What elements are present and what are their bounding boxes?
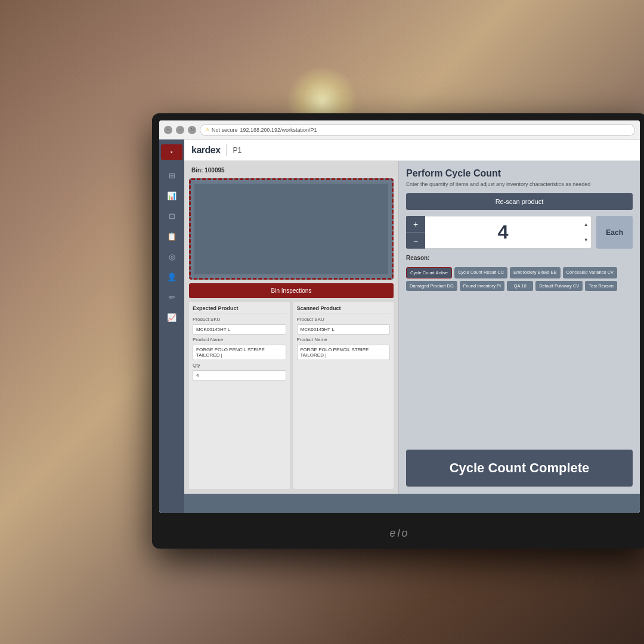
expected-sku-label: Product SKU	[193, 317, 286, 322]
expected-product-col: Expected Product Product SKU MCK00145HT …	[189, 302, 290, 489]
reason-tag-4[interactable]: Damaged Product DG	[406, 281, 457, 291]
top-bar: kardex P1	[184, 140, 640, 161]
not-secure-label: Not secure	[212, 127, 238, 133]
qty-up-arrow[interactable]: ▲	[581, 216, 591, 233]
monitor-screen: ← → ↻ ⚠ Not secure 192.168.200.192/works…	[159, 120, 640, 513]
reason-label: Reason:	[406, 255, 633, 261]
reason-tag-3[interactable]: Concealed Variance CV	[563, 267, 618, 278]
panels: Bin: 100095 Bin Inspections Expected Pro…	[184, 161, 640, 494]
scanned-product-col: Scanned Product Product SKU MCK00145HT L…	[293, 302, 394, 489]
sidebar-icon-edit[interactable]: ✏	[163, 289, 180, 305]
qty-minus-button[interactable]: −	[406, 233, 425, 249]
workstation-label: P1	[233, 146, 242, 154]
scan-area	[189, 178, 394, 280]
qty-display[interactable]: 4	[425, 216, 581, 249]
scan-area-inner	[194, 184, 388, 274]
reason-tag-2[interactable]: Embroidery Blows EB	[510, 267, 561, 278]
products-row: Expected Product Product SKU MCK00145HT …	[189, 302, 394, 489]
browser-refresh[interactable]: ↻	[188, 126, 196, 134]
kardex-logo: kardex	[191, 145, 221, 156]
sidebar-icon-radio[interactable]: ◎	[163, 248, 180, 265]
sidebar-icon-list[interactable]: 📋	[163, 228, 180, 244]
app-container: k ⊞ 📊 ⊡ 📋 ◎ 👤 ✏ 📈 kardex P1	[159, 140, 640, 513]
perform-subtitle: Enter the quantity of items and adjust a…	[406, 181, 633, 187]
expected-name-label: Product Name	[193, 337, 286, 342]
reason-tag-0[interactable]: Cycle Count Active	[406, 267, 452, 278]
bin-label: Bin: 100095	[189, 166, 394, 175]
scanned-name-value: FORGE POLO PENCIL STRIPE TAILORED |	[297, 345, 391, 360]
qty-plusminus: + −	[406, 216, 425, 249]
cycle-count-complete-button[interactable]: Cycle Count Complete	[406, 450, 633, 487]
sidebar: k ⊞ 📊 ⊡ 📋 ◎ 👤 ✏ 📈	[159, 140, 184, 513]
expected-product-header: Expected Product	[193, 305, 286, 314]
scanned-sku-label: Product SKU	[297, 317, 391, 322]
reason-tag-8[interactable]: Test Reason	[585, 281, 617, 291]
sidebar-icon-chart[interactable]: 📊	[163, 187, 180, 204]
expected-qty-value: 4	[193, 370, 286, 380]
browser-forward[interactable]: →	[176, 126, 184, 134]
quantity-row: + − 4 ▲ ▼ Each	[406, 216, 633, 249]
sidebar-icon-stats[interactable]: 📈	[163, 309, 180, 326]
sidebar-logo: k	[161, 144, 182, 160]
monitor-brand: elo	[389, 527, 409, 540]
lock-icon: ⚠	[205, 127, 209, 132]
reason-tags: Cycle Count ActiveCycle Count Result CCE…	[406, 267, 633, 291]
url-bar[interactable]: ⚠ Not secure 192.168.200.192/workstation…	[200, 124, 635, 136]
expected-qty-label: Qty	[193, 363, 286, 368]
right-panel: Perform Cycle Count Enter the quantity o…	[399, 161, 640, 494]
expected-name-value: FORGE POLO PENCIL STRIPE TAILORED |	[193, 345, 286, 360]
reason-tag-7[interactable]: Default Putaway CV	[535, 281, 583, 291]
bottom-bar	[184, 494, 640, 513]
left-panel: Bin: 100095 Bin Inspections Expected Pro…	[184, 161, 399, 494]
url-text: 192.168.200.192/workstation/P1	[240, 127, 317, 133]
main-content: kardex P1 Bin: 100095 Bin Inspectio	[184, 140, 640, 513]
monitor-bezel: ← → ↻ ⚠ Not secure 192.168.200.192/works…	[152, 113, 644, 549]
reason-tag-5[interactable]: Found Inventory PI	[460, 281, 504, 291]
bin-inspections-button[interactable]: Bin Inspections	[189, 283, 394, 298]
scanned-product-header: Scanned Product	[297, 305, 391, 314]
browser-back[interactable]: ←	[164, 126, 172, 134]
qty-unit: Each	[596, 216, 633, 249]
scanned-sku-value: MCK00145HT L	[297, 324, 391, 335]
qty-down-arrow[interactable]: ▼	[581, 233, 591, 249]
sidebar-icon-user[interactable]: 👤	[163, 268, 180, 285]
sidebar-icon-grid[interactable]: ⊞	[163, 167, 180, 184]
reason-tag-1[interactable]: Cycle Count Result CC	[454, 267, 507, 278]
perform-title: Perform Cycle Count	[406, 168, 633, 179]
reason-tag-6[interactable]: QA 10	[507, 281, 533, 291]
qty-plus-button[interactable]: +	[406, 216, 425, 233]
qty-arrows: ▲ ▼	[581, 216, 592, 249]
sidebar-icon-table[interactable]: ⊡	[163, 208, 180, 224]
scanned-name-label: Product Name	[297, 337, 391, 342]
expected-sku-value: MCK00145HT L	[193, 324, 286, 335]
browser-bar: ← → ↻ ⚠ Not secure 192.168.200.192/works…	[159, 120, 640, 140]
rescan-button[interactable]: Re-scan product	[406, 193, 633, 210]
divider	[227, 144, 227, 156]
